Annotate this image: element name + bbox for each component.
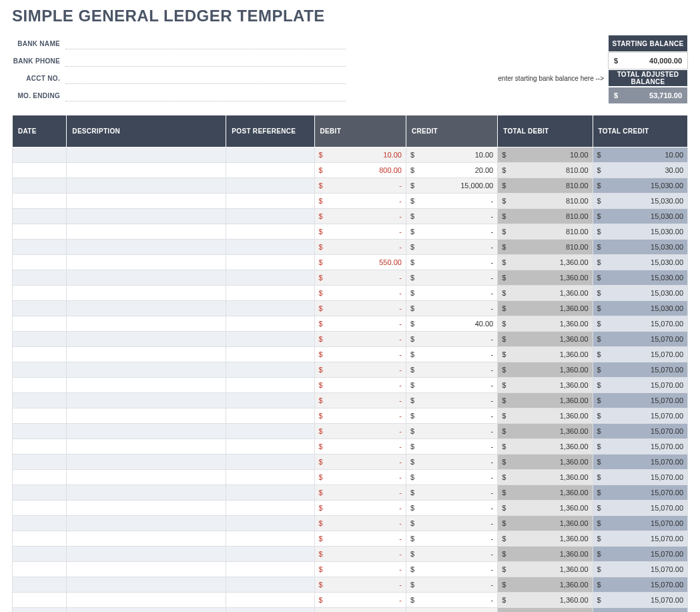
total-debit-cell[interactable]: $810.00 — [498, 209, 593, 224]
debit-cell[interactable]: $- — [314, 547, 406, 562]
bank-name-field[interactable] — [65, 37, 346, 49]
description-cell[interactable] — [67, 224, 226, 240]
total-credit-cell[interactable]: $15,070.00 — [593, 378, 687, 393]
credit-cell[interactable]: $- — [406, 270, 497, 286]
total-credit-cell[interactable]: $15,070.00 — [593, 547, 687, 562]
credit-cell[interactable]: $- — [406, 516, 497, 531]
acct-no-field[interactable] — [65, 72, 346, 84]
description-cell[interactable] — [67, 501, 226, 516]
post-ref-cell[interactable] — [226, 332, 314, 347]
post-ref-cell[interactable] — [226, 316, 314, 332]
total-credit-cell[interactable]: $15,070.00 — [593, 408, 687, 424]
date-cell[interactable] — [13, 270, 67, 286]
description-cell[interactable] — [67, 209, 226, 224]
date-cell[interactable] — [13, 424, 67, 439]
debit-cell[interactable]: $- — [314, 362, 406, 378]
description-cell[interactable] — [67, 577, 226, 593]
total-debit-cell[interactable]: $1,360.00 — [498, 439, 593, 454]
credit-cell[interactable]: $- — [406, 501, 497, 516]
total-credit-cell[interactable]: $15,070.00 — [593, 316, 687, 332]
credit-cell[interactable]: $- — [406, 362, 497, 378]
total-debit-cell[interactable]: $1,360.00 — [498, 470, 593, 485]
description-cell[interactable] — [67, 362, 226, 378]
date-cell[interactable] — [13, 332, 67, 347]
debit-cell[interactable]: $- — [314, 408, 406, 424]
description-cell[interactable] — [67, 562, 226, 577]
total-debit-cell[interactable]: $1,360.00 — [498, 485, 593, 501]
total-debit-cell[interactable]: $1,360.00 — [498, 501, 593, 516]
description-cell[interactable] — [67, 439, 226, 454]
total-debit-cell[interactable]: $1,360.00 — [498, 608, 593, 613]
credit-cell[interactable]: $- — [406, 301, 497, 316]
date-cell[interactable] — [13, 393, 67, 408]
total-debit-cell[interactable]: $1,360.00 — [498, 362, 593, 378]
total-debit-cell[interactable]: $1,360.00 — [498, 270, 593, 286]
credit-cell[interactable]: $15,000.00 — [406, 178, 497, 194]
description-cell[interactable] — [67, 485, 226, 501]
post-ref-cell[interactable] — [226, 439, 314, 454]
total-debit-cell[interactable]: $810.00 — [498, 194, 593, 209]
total-credit-cell[interactable]: $15,070.00 — [593, 562, 687, 577]
post-ref-cell[interactable] — [226, 608, 314, 613]
credit-cell[interactable]: $40.00 — [406, 316, 497, 332]
description-cell[interactable] — [67, 393, 226, 408]
post-ref-cell[interactable] — [226, 393, 314, 408]
credit-cell[interactable]: $- — [406, 439, 497, 454]
total-credit-cell[interactable]: $15,030.00 — [593, 286, 687, 301]
date-cell[interactable] — [13, 378, 67, 393]
total-debit-cell[interactable]: $1,360.00 — [498, 408, 593, 424]
credit-cell[interactable]: $- — [406, 593, 497, 608]
total-debit-cell[interactable]: $1,360.00 — [498, 255, 593, 270]
debit-cell[interactable]: $- — [314, 593, 406, 608]
debit-cell[interactable]: $550.00 — [314, 255, 406, 270]
total-debit-cell[interactable]: $1,360.00 — [498, 393, 593, 408]
total-debit-cell[interactable]: $1,360.00 — [498, 301, 593, 316]
debit-cell[interactable]: $- — [314, 577, 406, 593]
description-cell[interactable] — [67, 286, 226, 301]
post-ref-cell[interactable] — [226, 470, 314, 485]
date-cell[interactable] — [13, 454, 67, 470]
total-debit-cell[interactable]: $1,360.00 — [498, 332, 593, 347]
credit-cell[interactable]: $- — [406, 209, 497, 224]
total-credit-cell[interactable]: $15,070.00 — [593, 531, 687, 547]
debit-cell[interactable]: $- — [314, 439, 406, 454]
date-cell[interactable] — [13, 209, 67, 224]
total-credit-cell[interactable]: $15,070.00 — [593, 608, 687, 613]
total-credit-cell[interactable]: $15,070.00 — [593, 593, 687, 608]
description-cell[interactable] — [67, 163, 226, 178]
post-ref-cell[interactable] — [226, 209, 314, 224]
post-ref-cell[interactable] — [226, 378, 314, 393]
total-credit-cell[interactable]: $15,030.00 — [593, 240, 687, 255]
date-cell[interactable] — [13, 316, 67, 332]
total-credit-cell[interactable]: $15,030.00 — [593, 270, 687, 286]
debit-cell[interactable]: $- — [314, 316, 406, 332]
total-debit-cell[interactable]: $1,360.00 — [498, 454, 593, 470]
total-credit-cell[interactable]: $15,070.00 — [593, 470, 687, 485]
date-cell[interactable] — [13, 531, 67, 547]
description-cell[interactable] — [67, 255, 226, 270]
post-ref-cell[interactable] — [226, 194, 314, 209]
total-debit-cell[interactable]: $1,360.00 — [498, 424, 593, 439]
total-credit-cell[interactable]: $15,030.00 — [593, 255, 687, 270]
description-cell[interactable] — [67, 593, 226, 608]
post-ref-cell[interactable] — [226, 224, 314, 240]
debit-cell[interactable]: $- — [314, 224, 406, 240]
date-cell[interactable] — [13, 240, 67, 255]
description-cell[interactable] — [67, 270, 226, 286]
date-cell[interactable] — [13, 362, 67, 378]
total-debit-cell[interactable]: $810.00 — [498, 240, 593, 255]
debit-cell[interactable]: $- — [314, 178, 406, 194]
total-debit-cell[interactable]: $10.00 — [498, 147, 593, 163]
credit-cell[interactable]: $- — [406, 286, 497, 301]
date-cell[interactable] — [13, 547, 67, 562]
description-cell[interactable] — [67, 608, 226, 613]
credit-cell[interactable]: $10.00 — [406, 147, 497, 163]
total-credit-cell[interactable]: $15,030.00 — [593, 224, 687, 240]
total-debit-cell[interactable]: $1,360.00 — [498, 562, 593, 577]
credit-cell[interactable]: $- — [406, 547, 497, 562]
total-credit-cell[interactable]: $15,070.00 — [593, 424, 687, 439]
debit-cell[interactable]: $- — [314, 393, 406, 408]
date-cell[interactable] — [13, 516, 67, 531]
total-debit-cell[interactable]: $1,360.00 — [498, 516, 593, 531]
description-cell[interactable] — [67, 347, 226, 362]
